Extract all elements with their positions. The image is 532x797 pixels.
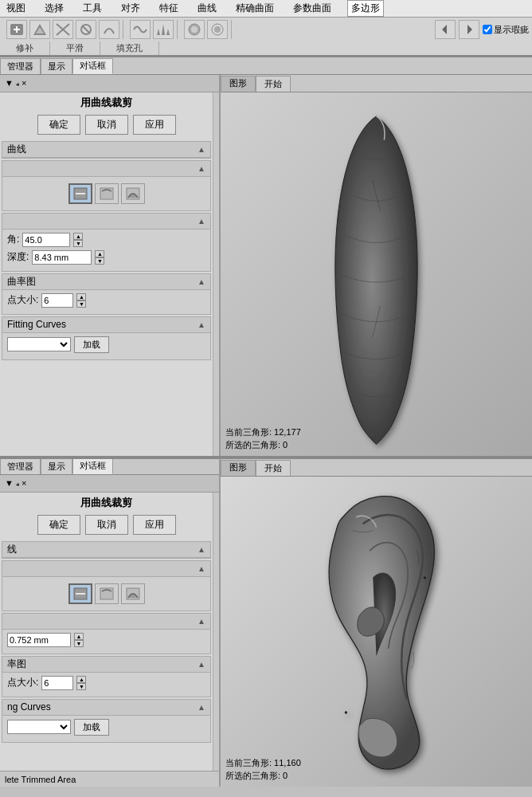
- tab-display[interactable]: 显示: [41, 58, 72, 74]
- top-pointsize-row: 点大小: ▲ ▼: [7, 293, 205, 308]
- bottom-curvature-label: 率图: [7, 658, 26, 671]
- top-icon-btn-2[interactable]: [95, 183, 119, 204]
- top-load-btn[interactable]: 加载: [74, 336, 109, 353]
- top-depth-down[interactable]: ▼: [95, 257, 104, 265]
- top-dialog-title: 用曲线裁剪: [2, 92, 211, 115]
- toolbar-trim[interactable]: [53, 20, 73, 39]
- bottom-pointsize-row: 点大小: ▲ ▼: [7, 676, 205, 690]
- toolbar-section-labels: 修补 平滑 填充孔: [0, 41, 532, 56]
- menu-item-param-surface[interactable]: 参数曲面: [290, 1, 334, 16]
- toolbar-relax[interactable]: [130, 20, 151, 39]
- top-pointsize-up[interactable]: ▲: [76, 293, 86, 300]
- top-method-header[interactable]: ▲: [2, 161, 210, 177]
- menu-item-polygon[interactable]: 多边形: [347, 0, 384, 17]
- top-half: ▼ ₄ × 用曲线裁剪 确定 取消 应用 曲线: [0, 75, 532, 456]
- top-params-content: 角: ▲ ▼ 深度: ▲: [2, 230, 210, 271]
- top-params-header[interactable]: ▲: [2, 214, 210, 230]
- top-curves-label: 曲线: [7, 143, 26, 156]
- top-pointsize-down[interactable]: ▼: [76, 300, 86, 308]
- bottom-tab-dialog[interactable]: 对话框: [72, 459, 113, 474]
- bottom-curvature-header[interactable]: 率图 ▲: [2, 657, 210, 673]
- bottom-load-btn[interactable]: 加载: [74, 719, 109, 736]
- bottom-icon-btn-3[interactable]: [121, 583, 145, 604]
- bottom-apply-btn[interactable]: 应用: [133, 515, 176, 535]
- top-pointsize-input[interactable]: [41, 293, 73, 308]
- toolbar-btn-left[interactable]: [435, 20, 456, 39]
- top-depth-up[interactable]: ▲: [95, 250, 104, 257]
- svg-line-6: [82, 26, 90, 33]
- viewport-tab-bar-bottom: 图形 开始: [221, 459, 532, 477]
- top-icon-btn-1[interactable]: [68, 183, 92, 204]
- viewport-status-top: 当前三角形: 12,177 所选的三角形: 0: [225, 426, 301, 451]
- bottom-curves-header[interactable]: 线 ▲: [2, 542, 210, 558]
- top-icon-btn-3[interactable]: [121, 183, 145, 204]
- toolbar-fill-all[interactable]: [184, 20, 205, 39]
- bottom-scrollbar[interactable]: [213, 493, 219, 771]
- toolbar-simplify[interactable]: [29, 20, 50, 39]
- toolbar-mesh-doctor[interactable]: [6, 20, 27, 39]
- bottom-depth-up[interactable]: ▲: [74, 633, 84, 640]
- bottom-cancel-btn[interactable]: 取消: [85, 515, 128, 535]
- show-mesh-checkbox[interactable]: [483, 25, 492, 34]
- viewport-canvas-top[interactable]: 当前三角形: 12,177 所选的三角形: 0: [221, 92, 532, 456]
- top-curvature-header[interactable]: 曲率图 ▲: [2, 274, 210, 290]
- toolbar-btn-right[interactable]: [459, 20, 479, 39]
- viewport-canvas-bottom[interactable]: 当前三角形: 11,160 所选的三角形: 0: [221, 477, 532, 787]
- toolbar-remove-spikes[interactable]: [153, 20, 174, 39]
- top-apply-btn[interactable]: 应用: [133, 115, 176, 135]
- bottom-icon-btn-1[interactable]: [68, 583, 92, 604]
- menu-item-precision-surface[interactable]: 精确曲面: [233, 1, 277, 16]
- viewport-tab-start-bottom[interactable]: 开始: [256, 460, 291, 476]
- bottom-icon-btn-2[interactable]: [95, 583, 119, 604]
- bottom-confirm-btn[interactable]: 确定: [37, 515, 80, 535]
- top-confirm-btn[interactable]: 确定: [37, 115, 80, 135]
- viewport-tab-shape-top[interactable]: 图形: [221, 76, 256, 92]
- viewport-status-bottom: 当前三角形: 11,160 所选的三角形: 0: [225, 757, 301, 782]
- top-scrollbar[interactable]: [213, 92, 219, 456]
- bottom-params-content: ▲ ▼: [2, 630, 210, 654]
- viewport-tab-start-top[interactable]: 开始: [256, 76, 291, 92]
- top-fitting-header[interactable]: Fitting Curves ▲: [2, 317, 210, 333]
- bottom-fitting-header[interactable]: ng Curves ▲: [2, 700, 210, 716]
- menu-item-tools[interactable]: 工具: [80, 1, 105, 16]
- panel-title-bar-bottom: ▼ ₄ ×: [0, 475, 219, 493]
- menu-item-view[interactable]: 视图: [3, 1, 29, 16]
- top-cancel-btn[interactable]: 取消: [85, 115, 128, 135]
- top-fitting-arrow: ▲: [198, 320, 205, 329]
- top-depth-input[interactable]: [32, 250, 92, 265]
- bottom-params-header[interactable]: ▲: [2, 614, 210, 630]
- panel-title-bar-top: ▼ ₄ ×: [0, 75, 219, 92]
- top-angle-input[interactable]: [22, 233, 70, 247]
- svg-marker-14: [442, 25, 447, 34]
- bottom-pointsize-down[interactable]: ▼: [76, 683, 86, 690]
- toolbar-sculpt[interactable]: [99, 20, 119, 39]
- menu-item-feature[interactable]: 特征: [156, 1, 182, 16]
- toolbar-remove-feature[interactable]: [76, 20, 96, 39]
- bottom-fitting-select[interactable]: [7, 720, 71, 734]
- toolbar-fill-single[interactable]: [207, 20, 228, 39]
- bottom-tab-manager[interactable]: 管理器: [0, 459, 41, 474]
- viewport-tab-shape-bottom[interactable]: 图形: [221, 460, 256, 476]
- toolbar-section-fill: [181, 20, 232, 39]
- top-method-arrow: ▲: [198, 164, 205, 173]
- top-fitting-select[interactable]: [7, 337, 71, 351]
- left-panel-bottom: 管理器 显示 对话框 ▼ ₄ × 用曲线裁剪 确定 取消 应用: [0, 459, 221, 787]
- bottom-depth-down[interactable]: ▼: [74, 640, 84, 647]
- menu-item-curve[interactable]: 曲线: [194, 1, 220, 16]
- top-angle-down[interactable]: ▼: [73, 240, 83, 247]
- label-repair: 修补: [0, 41, 50, 55]
- tab-dialog[interactable]: 对话框: [72, 58, 113, 74]
- bottom-method-header[interactable]: ▲: [2, 561, 210, 577]
- tab-manager[interactable]: 管理器: [0, 58, 41, 74]
- menu-item-align[interactable]: 对齐: [118, 1, 143, 16]
- bottom-tab-display[interactable]: 显示: [41, 459, 72, 474]
- bottom-depth-row: ▲ ▼: [7, 633, 205, 647]
- bottom-depth-input[interactable]: [7, 633, 71, 647]
- top-curves-header[interactable]: 曲线 ▲: [2, 142, 210, 158]
- bottom-pointsize-up[interactable]: ▲: [76, 676, 86, 683]
- top-angle-row: 角: ▲ ▼: [7, 233, 205, 247]
- bottom-pointsize-input[interactable]: [41, 676, 73, 690]
- top-angle-up[interactable]: ▲: [73, 233, 83, 240]
- menu-item-select[interactable]: 选择: [41, 1, 67, 16]
- label-smooth: 平滑: [50, 41, 100, 55]
